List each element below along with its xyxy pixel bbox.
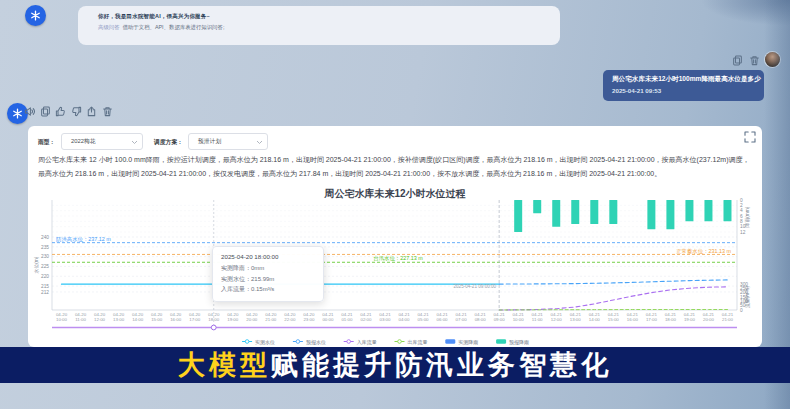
ai-logo-icon xyxy=(30,10,41,21)
banner-highlight: 大模型 xyxy=(178,350,271,380)
rain-bar xyxy=(514,200,522,232)
fullscreen-icon[interactable] xyxy=(744,131,756,143)
svg-text:4: 4 xyxy=(740,208,743,213)
rain-bar xyxy=(571,200,579,224)
svg-text:04-21: 04-21 xyxy=(627,312,639,317)
svg-text:预报降雨: 预报降雨 xyxy=(509,339,529,346)
rain-bar xyxy=(647,200,655,229)
svg-text:01:00: 01:00 xyxy=(341,317,353,322)
svg-text:02:00: 02:00 xyxy=(360,317,372,322)
thumbs-up-icon[interactable] xyxy=(55,106,66,117)
svg-text:水位(m): 水位(m) xyxy=(34,256,39,273)
svg-text:04-20: 04-20 xyxy=(303,312,315,317)
rain-bar xyxy=(609,200,617,224)
background-shade xyxy=(700,0,790,26)
svg-text:12:00: 12:00 xyxy=(94,317,106,322)
svg-text:21:00: 21:00 xyxy=(265,317,277,322)
svg-text:预报水位: 预报水位 xyxy=(306,339,326,346)
svg-text:04-21: 04-21 xyxy=(436,312,448,317)
svg-text:04-21: 04-21 xyxy=(608,312,620,317)
user-avatar xyxy=(765,52,780,67)
svg-text:06:00: 06:00 xyxy=(437,317,449,322)
plan-select[interactable]: 预泄计划 xyxy=(188,133,268,150)
ai-logo-icon xyxy=(12,108,23,119)
copy-icon[interactable] xyxy=(40,106,51,117)
message-actions xyxy=(732,55,760,66)
svg-text:08:00: 08:00 xyxy=(475,317,487,322)
svg-text:04-20: 04-20 xyxy=(75,312,87,317)
svg-text:实测降雨: 实测降雨 xyxy=(458,339,478,346)
svg-text:2: 2 xyxy=(740,203,743,208)
tooltip-time: 2025-04-20 18:00:00 xyxy=(221,253,315,260)
svg-text:降雨(mm): 降雨(mm) xyxy=(744,206,750,227)
svg-text:04-21: 04-21 xyxy=(360,312,372,317)
svg-text:04-21: 04-21 xyxy=(551,312,563,317)
svg-text:6: 6 xyxy=(740,214,743,219)
svg-text:05:00: 05:00 xyxy=(418,317,430,322)
chevron-down-icon xyxy=(131,140,138,145)
svg-text:2025-04-21 09:00:00: 2025-04-21 09:00:00 xyxy=(453,284,496,289)
chevron-down-icon xyxy=(256,140,263,145)
rain-bar xyxy=(685,200,693,221)
svg-text:04-20: 04-20 xyxy=(189,312,201,317)
svg-text:15:00: 15:00 xyxy=(151,317,163,322)
svg-text:19:00: 19:00 xyxy=(684,317,696,322)
svg-text:04-21: 04-21 xyxy=(398,312,410,317)
svg-text:04-20: 04-20 xyxy=(113,312,125,317)
svg-text:入库流量: 入库流量 xyxy=(357,339,377,346)
app-screen: 你好，我是甬水院智能AI，很高兴为你服务~ 高级问答借助于文档、API、数据库表… xyxy=(0,0,790,409)
svg-text:13:00: 13:00 xyxy=(570,317,582,322)
svg-text:04-21: 04-21 xyxy=(513,312,525,317)
svg-text:17:00: 17:00 xyxy=(646,317,658,322)
svg-text:04-21: 04-21 xyxy=(322,312,334,317)
datazoom-handle[interactable] xyxy=(211,325,216,330)
svg-text:04-21: 04-21 xyxy=(589,312,601,317)
svg-text:21:00: 21:00 xyxy=(722,317,734,322)
trash-icon[interactable] xyxy=(749,55,760,66)
user-message-time: 2025-04-21 09:53 xyxy=(612,87,755,94)
svg-text:04-21: 04-21 xyxy=(417,312,429,317)
plan-label: 调度方案： xyxy=(154,138,183,147)
trash-icon[interactable] xyxy=(102,106,113,117)
greeting-title: 你好，我是甬水院智能AI，很高兴为你服务~ xyxy=(98,13,540,20)
svg-text:04-20: 04-20 xyxy=(227,312,239,317)
water-level-chart: 2122152202252302352400246810120501001502… xyxy=(30,198,758,347)
svg-text:出库流量: 出库流量 xyxy=(408,339,428,346)
svg-text:12:00: 12:00 xyxy=(551,317,563,322)
thumbs-down-icon[interactable] xyxy=(71,106,82,117)
bottom-banner: 大模型赋能提升防汛业务智慧化 xyxy=(0,347,790,383)
svg-text:14:00: 14:00 xyxy=(132,317,144,322)
ai-greeting-bubble: 你好，我是甬水院智能AI，很高兴为你服务~ 高级问答借助于文档、API、数据库表… xyxy=(78,6,560,45)
svg-text:00:00: 00:00 xyxy=(322,317,334,322)
svg-text:04-21: 04-21 xyxy=(665,312,677,317)
svg-text:8: 8 xyxy=(740,219,743,224)
svg-text:04-20: 04-20 xyxy=(284,312,296,317)
rain-type-select[interactable]: 2022梅花 xyxy=(61,133,143,150)
banner-text: 大模型赋能提升防汛业务智慧化 xyxy=(178,347,612,383)
copy-icon[interactable] xyxy=(732,55,743,66)
svg-text:20:00: 20:00 xyxy=(246,317,258,322)
svg-text:台汛水位：227.13 m: 台汛水位：227.13 m xyxy=(373,255,423,261)
svg-text:03:00: 03:00 xyxy=(379,317,391,322)
rain-bar xyxy=(590,200,598,224)
svg-text:215: 215 xyxy=(41,284,49,289)
svg-text:220: 220 xyxy=(41,274,49,279)
export-icon[interactable] xyxy=(86,106,97,117)
svg-text:07:00: 07:00 xyxy=(456,317,468,322)
series-预报水位 xyxy=(499,280,727,284)
ai-avatar xyxy=(25,5,46,26)
svg-text:23:00: 23:00 xyxy=(303,317,315,322)
tooltip-row: 入库流量：0.15m³/s xyxy=(221,284,315,295)
svg-text:04-20: 04-20 xyxy=(56,312,68,317)
svg-text:实测水位: 实测水位 xyxy=(255,339,275,346)
user-message-bubble: 周公宅水库未来12小时100mm降雨最高水位是多少 2025-04-21 09:… xyxy=(603,70,764,101)
speaker-icon[interactable] xyxy=(24,106,35,117)
svg-text:11:00: 11:00 xyxy=(532,317,543,322)
svg-text:230: 230 xyxy=(41,254,49,259)
svg-text:212: 212 xyxy=(41,290,49,295)
svg-text:04-20: 04-20 xyxy=(246,312,258,317)
svg-text:12: 12 xyxy=(740,230,746,235)
svg-text:235: 235 xyxy=(41,245,49,250)
rain-type-value: 2022梅花 xyxy=(71,137,96,146)
svg-text:04-21: 04-21 xyxy=(379,312,391,317)
